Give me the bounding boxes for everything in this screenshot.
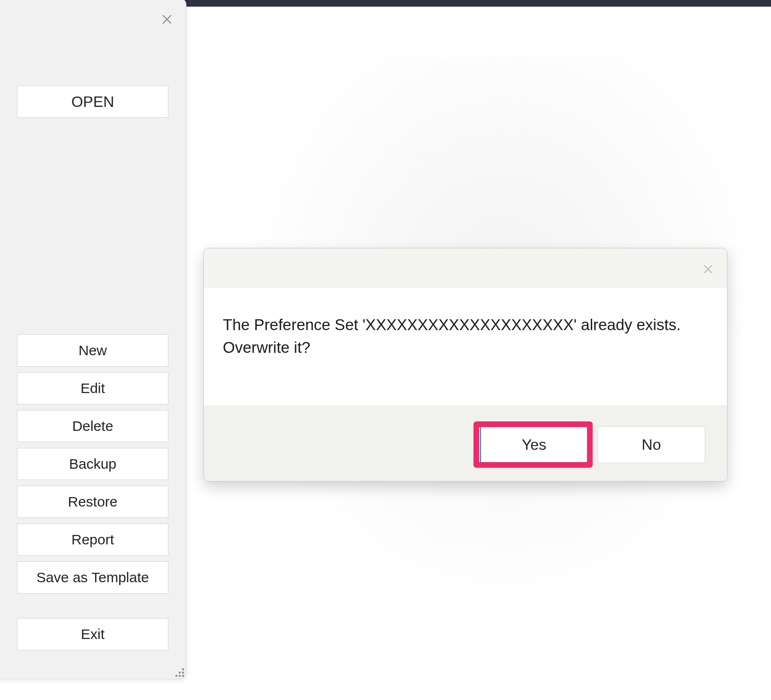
open-button[interactable]: OPEN <box>17 86 168 118</box>
report-button-label: Report <box>71 532 114 548</box>
backup-button[interactable]: Backup <box>17 448 168 480</box>
exit-button-label: Exit <box>81 626 105 642</box>
yes-button[interactable]: Yes <box>480 426 588 463</box>
dialog-body: The Preference Set 'XXXXXXXXXXXXXXXXXXXX… <box>204 288 727 405</box>
no-button-label: No <box>642 436 661 454</box>
dialog-message-line1: The Preference Set 'XXXXXXXXXXXXXXXXXXXX… <box>223 314 708 336</box>
save-as-template-button-label: Save as Template <box>36 569 149 586</box>
dialog-footer: Yes No <box>204 405 727 481</box>
edit-button[interactable]: Edit <box>17 372 168 404</box>
save-as-template-button[interactable]: Save as Template <box>17 561 168 594</box>
delete-button-label: Delete <box>72 418 114 434</box>
exit-button[interactable]: Exit <box>17 618 168 650</box>
overwrite-confirm-dialog: The Preference Set 'XXXXXXXXXXXXXXXXXXXX… <box>203 248 727 481</box>
report-button[interactable]: Report <box>17 524 168 556</box>
close-icon[interactable] <box>699 260 718 279</box>
open-button-label: OPEN <box>71 93 114 111</box>
restore-button[interactable]: Restore <box>17 486 168 518</box>
yes-button-label: Yes <box>522 436 546 454</box>
backup-button-label: Backup <box>69 456 116 472</box>
delete-button[interactable]: Delete <box>17 410 168 442</box>
resize-grip-icon[interactable] <box>174 666 184 677</box>
new-button-label: New <box>79 342 107 359</box>
dialog-titlebar <box>204 248 727 288</box>
dialog-message-line2: Overwrite it? <box>223 336 708 359</box>
new-button[interactable]: New <box>17 334 168 367</box>
sidebar-panel: OPEN New Edit Delete Backup Restore Repo… <box>0 0 186 679</box>
edit-button-label: Edit <box>80 380 105 396</box>
restore-button-label: Restore <box>68 494 117 510</box>
close-icon[interactable] <box>157 9 177 30</box>
no-button[interactable]: No <box>597 426 705 463</box>
